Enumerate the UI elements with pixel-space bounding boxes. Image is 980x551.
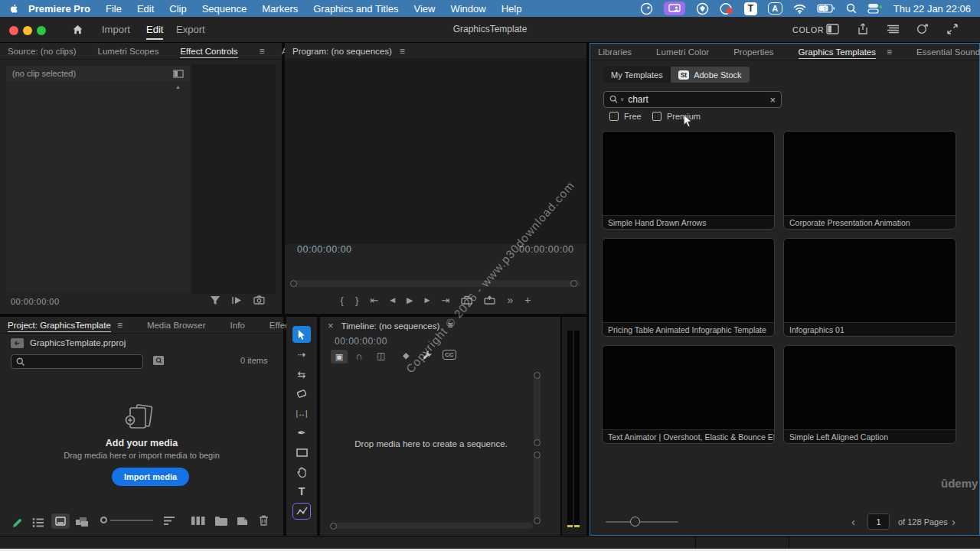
next-page-icon[interactable]: › <box>952 515 956 528</box>
razor-tool[interactable] <box>292 385 311 402</box>
program-panel-menu-icon[interactable]: ≡ <box>400 46 405 57</box>
menu-sequence[interactable]: Sequence <box>202 3 247 15</box>
scroll-up-icon[interactable]: ▲ <box>175 84 181 90</box>
user-switcher-icon[interactable] <box>867 2 883 15</box>
zoom-slider-track[interactable] <box>110 520 153 521</box>
keyframe-graph-tool[interactable] <box>292 503 311 520</box>
menu-markers[interactable]: Markers <box>262 3 298 15</box>
menu-clip[interactable]: Clip <box>169 3 186 15</box>
tab-project[interactable]: Project: GraphicsTemplate <box>8 318 111 332</box>
trash-icon[interactable] <box>259 515 269 526</box>
menu-view[interactable]: View <box>414 3 436 15</box>
new-bin-icon[interactable] <box>214 516 227 526</box>
timeline-settings-wrench-icon[interactable] <box>422 350 433 360</box>
list-view-icon[interactable] <box>32 517 44 528</box>
menu-file[interactable]: File <box>106 3 122 15</box>
tab-source[interactable]: Source: (no clips) <box>8 44 76 57</box>
extract-button[interactable] <box>484 295 495 305</box>
project-root-folder-icon[interactable] <box>11 338 24 348</box>
menu-edit[interactable]: Edit <box>137 3 154 15</box>
timeline-view-toggle-icon[interactable] <box>173 70 184 78</box>
captions-icon[interactable]: CC <box>443 350 456 360</box>
writable-pencil-icon[interactable] <box>11 517 23 529</box>
workspace-color-label[interactable]: COLOR <box>792 25 824 34</box>
step-forward-button[interactable]: ▶ <box>425 296 430 304</box>
zoom-window-button[interactable] <box>37 26 46 35</box>
progress-dashboard-icon[interactable] <box>916 23 929 35</box>
tab-media-browser[interactable]: Media Browser <box>147 318 206 331</box>
spotlight-icon[interactable] <box>846 2 857 15</box>
template-thumbnail[interactable] <box>603 132 774 216</box>
go-to-in-button[interactable]: ⇤ <box>370 295 378 306</box>
mode-tab-edit[interactable]: Edit <box>146 24 163 40</box>
project-breadcrumb[interactable]: GraphicsTemplate.prproj <box>30 338 126 347</box>
hand-tool[interactable] <box>292 464 311 481</box>
minimize-window-button[interactable] <box>23 26 32 35</box>
free-checkbox[interactable] <box>609 112 619 121</box>
timeline-horizontal-scrollbar[interactable] <box>331 523 533 529</box>
tab-essential-sound[interactable]: Essential Sound <box>916 45 980 58</box>
tab-timeline[interactable]: Timeline: (no sequences) <box>341 319 440 332</box>
template-card[interactable]: Corporate Presentation Animation <box>783 131 956 230</box>
template-thumbnail[interactable] <box>784 239 956 323</box>
template-thumbnail[interactable] <box>603 346 774 430</box>
video-tracks-scrollbar[interactable] <box>534 375 541 442</box>
mark-in-button[interactable]: { <box>341 295 344 306</box>
screen-sharing-icon[interactable] <box>664 2 685 15</box>
search-icon[interactable] <box>609 95 619 104</box>
menubar-app-name[interactable]: Premiere Pro <box>28 3 90 15</box>
home-icon[interactable] <box>72 24 83 35</box>
wifi-icon[interactable] <box>793 2 806 15</box>
add-button[interactable]: + <box>524 294 531 306</box>
template-thumbnail[interactable] <box>784 132 956 216</box>
play-button[interactable]: ▶ <box>407 295 413 305</box>
pen-tool[interactable]: ✒ <box>292 424 311 441</box>
menu-window[interactable]: Window <box>450 3 485 15</box>
step-back-button[interactable]: ◀ <box>390 296 395 304</box>
sketch-app-icon[interactable] <box>696 2 709 15</box>
type-tool[interactable]: T <box>292 483 311 500</box>
previous-page-icon[interactable]: ‹ <box>851 515 855 528</box>
page-number-input[interactable] <box>867 514 890 530</box>
template-thumbnail[interactable] <box>784 346 956 430</box>
template-card[interactable]: Text Animator | Overshoot, Elastic & Bou… <box>602 345 775 444</box>
audio-scrollbar-top-handle[interactable] <box>534 452 541 458</box>
timeline-timecode[interactable]: 00:00:00:00 <box>335 336 387 347</box>
graphics-panel-menu-icon[interactable]: ≡ <box>887 47 892 57</box>
h-scrollbar-left-handle[interactable] <box>330 523 337 530</box>
clear-search-icon[interactable]: × <box>769 94 776 106</box>
mode-tab-export[interactable]: Export <box>176 24 205 38</box>
premium-checkbox[interactable] <box>652 112 662 121</box>
mark-out-button[interactable]: } <box>355 295 358 306</box>
tab-program[interactable]: Program: (no sequences) <box>292 44 392 57</box>
video-scrollbar-bottom-handle[interactable] <box>534 439 541 446</box>
add-marker-icon[interactable]: ◆ <box>403 350 409 360</box>
close-timeline-icon[interactable]: × <box>328 320 334 331</box>
search-options-chevron-icon[interactable]: ∨ <box>620 96 624 103</box>
scrubber-right-handle[interactable] <box>570 280 577 287</box>
close-window-button[interactable] <box>9 26 18 35</box>
ripple-edit-tool[interactable]: ⇆ <box>292 366 311 383</box>
lift-button[interactable] <box>461 295 472 305</box>
textexpander-app-icon[interactable]: T <box>744 2 757 15</box>
video-scrollbar-top-handle[interactable] <box>534 372 541 379</box>
battery-icon[interactable] <box>817 2 835 15</box>
scrubber-left-handle[interactable] <box>290 280 297 287</box>
app-a-icon[interactable]: A <box>768 2 782 15</box>
program-scrubber-track[interactable] <box>291 280 580 287</box>
icon-view-button[interactable] <box>51 514 70 529</box>
slip-tool[interactable]: |↔| <box>292 405 311 422</box>
thumbnail-size-slider-handle[interactable] <box>630 517 640 527</box>
fullscreen-icon[interactable] <box>946 23 959 35</box>
template-card[interactable]: Simple Hand Drawn Arrows <box>602 131 775 230</box>
timeline-panel-menu-icon[interactable]: ≡ <box>447 320 452 331</box>
project-panel-menu-icon[interactable]: ≡ <box>117 320 122 331</box>
template-card[interactable]: Infographics 01 <box>783 238 956 337</box>
project-search-box[interactable] <box>11 354 143 369</box>
play-the-edit-icon[interactable] <box>231 295 243 305</box>
button-editor-overflow[interactable]: » <box>507 294 513 306</box>
track-select-forward-tool[interactable]: ⇢ <box>292 346 311 363</box>
zoom-slider-handle[interactable] <box>100 517 107 523</box>
apple-menu-icon[interactable] <box>9 2 19 15</box>
rectangle-tool[interactable] <box>292 444 311 461</box>
